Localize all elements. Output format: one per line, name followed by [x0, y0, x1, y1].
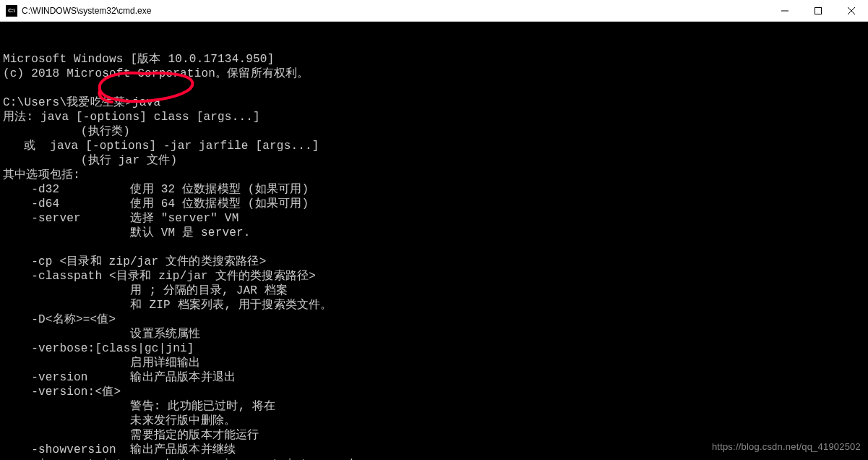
terminal-line: Microsoft Windows [版本 10.0.17134.950]: [3, 52, 865, 67]
terminal-line: -d32 使用 32 位数据模型 (如果可用): [3, 182, 865, 197]
terminal-output[interactable]: Microsoft Windows [版本 10.0.17134.950](c)…: [0, 22, 868, 460]
terminal-line: 和 ZIP 档案列表, 用于搜索类文件。: [3, 298, 865, 312]
terminal-line: 警告: 此功能已过时, 将在: [3, 399, 865, 414]
window-controls: [768, 0, 868, 21]
svg-rect-1: [815, 8, 822, 14]
terminal-line: -classpath <目录和 zip/jar 文件的类搜索路径>: [3, 269, 865, 284]
terminal-line: -verbose:[class|gc|jni]: [3, 341, 865, 356]
terminal-line: 用 ; 分隔的目录, JAR 档案: [3, 284, 865, 298]
window-titlebar: C:\ C:\WINDOWS\system32\cmd.exe: [0, 0, 868, 22]
watermark-text: https://blog.csdn.net/qq_41902502: [712, 440, 861, 454]
terminal-line: 默认 VM 是 server.: [3, 226, 865, 240]
terminal-line: -server 选择 "server" VM: [3, 211, 865, 226]
terminal-line: C:\Users\我爱吃生菜>java: [3, 95, 865, 110]
terminal-line: 其中选项包括:: [3, 168, 865, 182]
terminal-line: 启用详细输出: [3, 356, 865, 370]
terminal-line: -version 输出产品版本并退出: [3, 370, 865, 385]
terminal-line: [3, 81, 865, 95]
terminal-line: -jre-restrict-search | -no-jre-restrict-…: [3, 457, 865, 460]
terminal-line: (执行类): [3, 124, 865, 139]
window-title: C:\WINDOWS\system32\cmd.exe: [22, 6, 768, 16]
terminal-line: [3, 240, 865, 255]
terminal-line: 或 java [-options] -jar jarfile [args...]: [3, 139, 865, 153]
terminal-line: 用法: java [-options] class [args...]: [3, 110, 865, 124]
terminal-line: -version:<值>: [3, 385, 865, 399]
maximize-button[interactable]: [802, 0, 835, 22]
terminal-line: 未来发行版中删除。: [3, 414, 865, 428]
minimize-button[interactable]: [768, 0, 802, 22]
terminal-line: (执行 jar 文件): [3, 153, 865, 168]
cmd-icon: C:\: [6, 5, 17, 17]
terminal-line: 设置系统属性: [3, 327, 865, 341]
terminal-line: -D<名称>=<值>: [3, 312, 865, 327]
terminal-line: -cp <目录和 zip/jar 文件的类搜索路径>: [3, 255, 865, 269]
terminal-line: -d64 使用 64 位数据模型 (如果可用): [3, 197, 865, 211]
terminal-line: (c) 2018 Microsoft Corporation。保留所有权利。: [3, 67, 865, 81]
close-button[interactable]: [835, 0, 868, 22]
